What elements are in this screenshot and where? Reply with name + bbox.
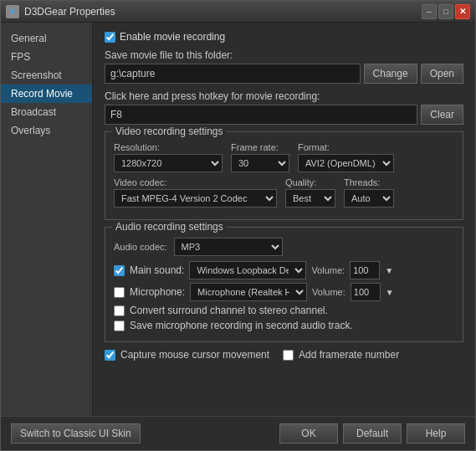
sidebar-item-broadcast[interactable]: Broadcast — [1, 103, 92, 121]
hotkey-input-row: Clear — [105, 105, 463, 125]
video-group-title: Video recording settings — [112, 126, 227, 137]
format-field: Format: AVI2 (OpenDML) MP4 MKV — [298, 142, 394, 172]
main-sound-row: Main sound: Windows Loopback Device Defa… — [114, 261, 454, 279]
close-button[interactable]: ✕ — [455, 4, 470, 19]
threads-select[interactable]: Auto 1 2 4 — [344, 189, 394, 208]
save-mic-checkbox[interactable] — [114, 320, 125, 331]
minimize-button[interactable]: – — [422, 4, 437, 19]
folder-input-row: Change Open — [105, 64, 463, 84]
audio-settings-group: Audio recording settings Audio codec: MP… — [105, 227, 463, 342]
sidebar-item-screenshot[interactable]: Screenshot — [1, 66, 92, 85]
clear-button[interactable]: Clear — [421, 105, 463, 125]
microphone-label: Microphone: — [130, 286, 185, 298]
resolution-field: Resolution: 1280x720 1920x1080 854x480 6… — [114, 142, 223, 172]
audio-codec-label: Audio codec: — [114, 242, 167, 252]
enable-recording-checkbox[interactable] — [105, 32, 115, 43]
framerate-field: Frame rate: 30 60 25 24 — [231, 142, 289, 172]
format-label: Format: — [298, 142, 394, 152]
switch-skin-button[interactable]: Switch to Classic UI Skin — [11, 423, 141, 443]
settings-panel: Enable movie recording Save movie file t… — [93, 23, 475, 416]
resolution-select[interactable]: 1280x720 1920x1080 854x480 640x360 — [114, 154, 223, 172]
quality-label: Quality: — [285, 177, 335, 187]
sidebar-item-fps[interactable]: FPS — [1, 48, 92, 66]
title-controls: – □ ✕ — [422, 4, 470, 19]
hotkey-row: Click here and press hotkey for movie re… — [105, 90, 463, 125]
mic-volume-arrow: ▼ — [386, 288, 394, 297]
save-mic-label: Save microphone recording in second audi… — [130, 320, 353, 331]
codec-field: Video codec: Fast MPEG-4 Version 2 Codec… — [114, 177, 277, 208]
folder-label: Save movie file to this folder: — [105, 49, 463, 61]
help-button[interactable]: Help — [407, 423, 465, 443]
enable-recording-label: Enable movie recording — [120, 31, 225, 43]
bottom-bar-right: OK Default Help — [279, 423, 465, 443]
capture-mouse-label: Capture mouse cursor movement — [120, 349, 269, 361]
maximize-button[interactable]: □ — [438, 4, 453, 19]
audio-group-title: Audio recording settings — [112, 221, 227, 233]
save-mic-row: Save microphone recording in second audi… — [114, 320, 454, 331]
quality-field: Quality: Best High Medium Low — [285, 177, 335, 208]
convert-surround-row: Convert surround channel to stereo chann… — [114, 305, 454, 316]
main-content: General FPS Screenshot Record Movie Broa… — [1, 23, 475, 416]
hotkey-input[interactable] — [105, 105, 417, 125]
codec-select[interactable]: Fast MPEG-4 Version 2 Codec H.264 H.265 — [114, 189, 277, 208]
video-row2: Video codec: Fast MPEG-4 Version 2 Codec… — [114, 177, 454, 208]
framerate-select[interactable]: 30 60 25 24 — [231, 154, 289, 172]
main-sound-select[interactable]: Windows Loopback Device Default Device — [189, 261, 306, 279]
main-volume-label: Volume: — [311, 265, 345, 275]
format-select[interactable]: AVI2 (OpenDML) MP4 MKV — [298, 154, 394, 172]
audio-codec-row: Audio codec: MP3 AAC PCM — [114, 238, 454, 256]
default-button[interactable]: Default — [343, 423, 402, 443]
open-button[interactable]: Open — [421, 64, 463, 84]
folder-input[interactable] — [105, 64, 361, 84]
bottom-bar: Switch to Classic UI Skin OK Default Hel… — [1, 416, 475, 450]
sidebar-item-overlays[interactable]: Overlays — [1, 121, 92, 140]
sidebar-item-general[interactable]: General — [1, 29, 92, 48]
video-settings-group: Video recording settings Resolution: 128… — [105, 131, 463, 220]
enable-recording-row: Enable movie recording — [105, 31, 463, 43]
convert-surround-label: Convert surround channel to stereo chann… — [130, 305, 328, 316]
microphone-checkbox[interactable] — [114, 287, 125, 298]
microphone-select[interactable]: Microphone (Realtek High D None — [190, 283, 307, 301]
app-icon: D — [6, 5, 19, 18]
add-framerate-row: Add framerate number — [283, 349, 399, 361]
main-sound-checkbox[interactable] — [114, 265, 125, 276]
hotkey-label: Click here and press hotkey for movie re… — [105, 90, 463, 102]
quality-select[interactable]: Best High Medium Low — [285, 189, 335, 208]
main-volume-input[interactable] — [350, 261, 380, 279]
mic-volume-label: Volume: — [312, 287, 345, 297]
main-window: D D3DGear Properties – □ ✕ General FPS S… — [0, 0, 476, 451]
framerate-label: Frame rate: — [231, 142, 289, 152]
folder-row: Save movie file to this folder: Change O… — [105, 49, 463, 84]
change-button[interactable]: Change — [364, 64, 417, 84]
audio-codec-select[interactable]: MP3 AAC PCM — [174, 238, 283, 256]
window-title: D3DGear Properties — [24, 6, 115, 18]
capture-row: Capture mouse cursor movement Add framer… — [105, 349, 463, 361]
main-sound-label: Main sound: — [130, 264, 184, 276]
resolution-label: Resolution: — [114, 142, 223, 152]
threads-label: Threads: — [344, 177, 394, 187]
title-bar-left: D D3DGear Properties — [6, 5, 115, 18]
threads-field: Threads: Auto 1 2 4 — [344, 177, 394, 208]
main-volume-arrow: ▼ — [385, 266, 393, 275]
microphone-row: Microphone: Microphone (Realtek High D N… — [114, 283, 454, 301]
video-row1: Resolution: 1280x720 1920x1080 854x480 6… — [114, 142, 454, 172]
ok-button[interactable]: OK — [279, 423, 338, 443]
codec-label: Video codec: — [114, 177, 277, 187]
title-bar: D D3DGear Properties – □ ✕ — [1, 1, 475, 23]
capture-mouse-row: Capture mouse cursor movement — [105, 349, 269, 361]
add-framerate-label: Add framerate number — [299, 349, 399, 361]
convert-surround-checkbox[interactable] — [114, 305, 125, 316]
mic-volume-input[interactable] — [351, 283, 381, 301]
sidebar-item-record-movie[interactable]: Record Movie — [1, 85, 92, 103]
sidebar: General FPS Screenshot Record Movie Broa… — [1, 23, 93, 416]
capture-mouse-checkbox[interactable] — [105, 350, 115, 361]
add-framerate-checkbox[interactable] — [283, 350, 294, 361]
